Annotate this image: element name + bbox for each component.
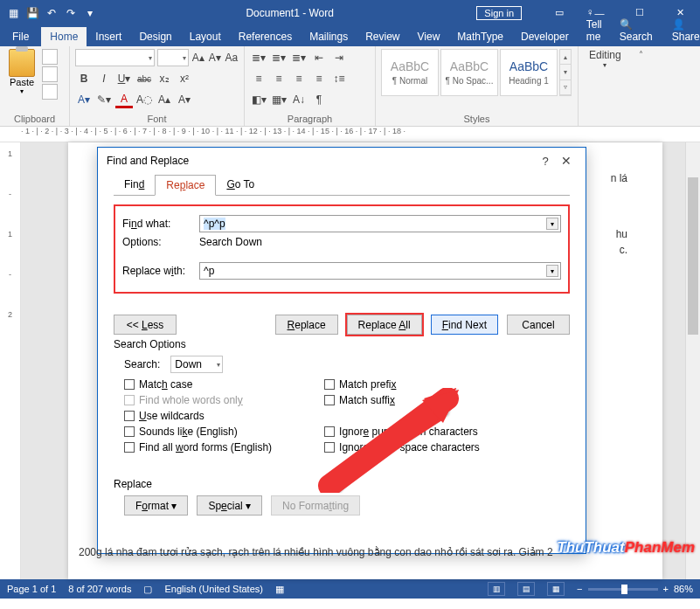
increase-indent-icon[interactable]: ⇥ <box>330 49 348 66</box>
borders-icon[interactable]: ▦▾ <box>270 91 288 108</box>
shrink-font-icon[interactable]: A▾ <box>208 49 222 66</box>
tab-references[interactable]: References <box>230 27 301 46</box>
status-language[interactable]: English (United States) <box>164 584 263 594</box>
bold-button[interactable]: B <box>75 70 93 87</box>
status-spell-icon[interactable]: ▢ <box>143 584 152 595</box>
zoom-value[interactable]: 86% <box>674 584 693 594</box>
horizontal-ruler[interactable]: · 1 · | · 2 · | · 3 · | · 4 · | · 5 · | … <box>0 127 700 142</box>
sign-in-button[interactable]: Sign in <box>476 6 522 20</box>
tab-home[interactable]: Home <box>41 27 87 46</box>
shrink-a-icon[interactable]: A▾ <box>176 91 193 108</box>
tab-layout[interactable]: Layout <box>181 27 230 46</box>
dialog-titlebar[interactable]: Find and Replace ? ✕ <box>98 148 586 174</box>
chevron-down-icon[interactable]: ▾ <box>546 265 558 277</box>
status-words[interactable]: 8 of 207 words <box>68 584 131 594</box>
decrease-indent-icon[interactable]: ⇤ <box>310 49 328 66</box>
line-spacing-icon[interactable]: ↕≡ <box>330 70 348 87</box>
strike-button[interactable]: abc <box>135 70 153 87</box>
italic-button[interactable]: I <box>95 70 113 87</box>
redo-icon[interactable]: ↷ <box>63 5 79 21</box>
ignore-space-checkbox[interactable]: Ignore white-space characters <box>324 441 480 453</box>
scrollbar-thumb[interactable] <box>688 177 698 335</box>
tab-mathtype[interactable]: MathType <box>448 27 512 46</box>
underline-button[interactable]: U▾ <box>115 70 133 87</box>
status-macro-icon[interactable]: ▦ <box>275 584 284 595</box>
text-effects-icon[interactable]: A▾ <box>75 91 93 108</box>
wildcards-checkbox[interactable]: Use wildcards <box>124 410 272 422</box>
search-direction-combo[interactable]: Down▾ <box>170 356 223 373</box>
tab-view[interactable]: View <box>409 27 449 46</box>
find-next-button[interactable]: Find Next <box>431 315 498 335</box>
format-painter-icon[interactable] <box>42 84 58 100</box>
match-case-checkbox[interactable]: Match case <box>124 378 272 391</box>
superscript-button[interactable]: x² <box>176 70 193 87</box>
replace-all-button[interactable]: Replace All <box>347 315 422 335</box>
sort-icon[interactable]: A↓ <box>290 91 308 108</box>
print-layout-icon[interactable]: ▤ <box>517 582 535 596</box>
styles-gallery[interactable]: AaBbC¶ Normal AaBbC¶ No Spac... AaBbCHea… <box>381 49 572 96</box>
zoom-slider[interactable] <box>588 588 658 591</box>
tab-file[interactable]: File <box>0 27 41 46</box>
sounds-like-checkbox[interactable]: Sounds like (English) <box>124 426 272 438</box>
font-family-combo[interactable]: ▾ <box>75 49 155 66</box>
share-button[interactable]: 👤 Share <box>662 15 700 46</box>
zoom-in-icon[interactable]: + <box>663 584 669 594</box>
tab-replace[interactable]: Replace <box>155 175 216 196</box>
find-what-input[interactable]: ^p^p ▾ <box>199 215 561 232</box>
vertical-scrollbar[interactable] <box>685 142 700 579</box>
chevron-down-icon[interactable]: ▾ <box>546 218 558 230</box>
align-center-icon[interactable]: ≡ <box>270 70 288 87</box>
tab-design[interactable]: Design <box>130 27 180 46</box>
change-case-icon[interactable]: Aa <box>225 49 239 66</box>
numbering-icon[interactable]: ≣▾ <box>270 49 288 66</box>
tab-developer[interactable]: Developer <box>512 27 578 46</box>
font-color-icon[interactable]: A <box>115 91 133 108</box>
cut-icon[interactable] <box>42 49 58 65</box>
replace-with-input[interactable]: ^p ▾ <box>199 262 561 280</box>
ignore-punct-checkbox[interactable]: Ignore punctuation characters <box>324 426 480 438</box>
subscript-button[interactable]: x₂ <box>156 70 173 87</box>
font-size-combo[interactable]: ▾ <box>157 49 189 66</box>
show-marks-icon[interactable]: ¶ <box>310 91 328 108</box>
search[interactable]: 🔍 Search <box>611 15 662 46</box>
grow-a-icon[interactable]: A▴ <box>156 91 173 108</box>
tab-review[interactable]: Review <box>357 27 408 46</box>
special-button[interactable]: Special ▾ <box>197 495 262 516</box>
match-prefix-checkbox[interactable]: Match prefix <box>324 378 480 391</box>
cancel-button[interactable]: Cancel <box>507 315 570 335</box>
ribbon-options-icon[interactable]: ▭ <box>539 0 579 25</box>
multilevel-icon[interactable]: ≣▾ <box>290 49 308 66</box>
paste-button[interactable]: Paste ▾ <box>5 49 38 100</box>
word-forms-checkbox[interactable]: Find all word forms (English) <box>124 441 272 453</box>
undo-icon[interactable]: ↶ <box>44 5 59 21</box>
highlight-icon[interactable]: ✎▾ <box>95 91 113 108</box>
style-heading1[interactable]: AaBbCHeading 1 <box>500 49 558 96</box>
format-button[interactable]: Format ▾ <box>124 495 188 516</box>
style-no-spacing[interactable]: AaBbC¶ No Spac... <box>440 49 498 96</box>
qat-customize-icon[interactable]: ▾ <box>82 5 98 21</box>
save-icon[interactable]: 💾 <box>24 5 40 21</box>
read-mode-icon[interactable]: ▥ <box>488 582 505 596</box>
align-left-icon[interactable]: ≡ <box>250 70 267 87</box>
grow-font-icon[interactable]: A▴ <box>191 49 205 66</box>
align-right-icon[interactable]: ≡ <box>290 70 308 87</box>
clear-formatting-icon[interactable]: A◌ <box>135 91 153 108</box>
zoom-control[interactable]: − + 86% <box>577 584 693 594</box>
tab-goto[interactable]: Go To <box>216 175 265 196</box>
zoom-out-icon[interactable]: − <box>577 584 582 594</box>
tab-find[interactable]: Find <box>114 175 155 196</box>
shading-icon[interactable]: ◧▾ <box>250 91 267 108</box>
copy-icon[interactable] <box>42 66 58 82</box>
tab-mailings[interactable]: Mailings <box>301 27 357 46</box>
editing-menu[interactable]: Editing ▾ <box>584 49 626 69</box>
justify-icon[interactable]: ≡ <box>310 70 328 87</box>
tab-insert[interactable]: Insert <box>87 27 130 46</box>
bullets-icon[interactable]: ≣▾ <box>250 49 267 66</box>
status-page[interactable]: Page 1 of 1 <box>7 584 56 594</box>
match-suffix-checkbox[interactable]: Match suffix <box>324 394 480 406</box>
style-normal[interactable]: AaBbC¶ Normal <box>381 49 439 96</box>
collapse-ribbon-icon[interactable]: ˄ <box>631 46 650 126</box>
tellme[interactable]: ♀ Tell me <box>578 3 611 46</box>
dialog-close-icon[interactable]: ✕ <box>556 154 577 168</box>
vertical-ruler[interactable]: 1 - 1 - 2 <box>0 142 21 579</box>
